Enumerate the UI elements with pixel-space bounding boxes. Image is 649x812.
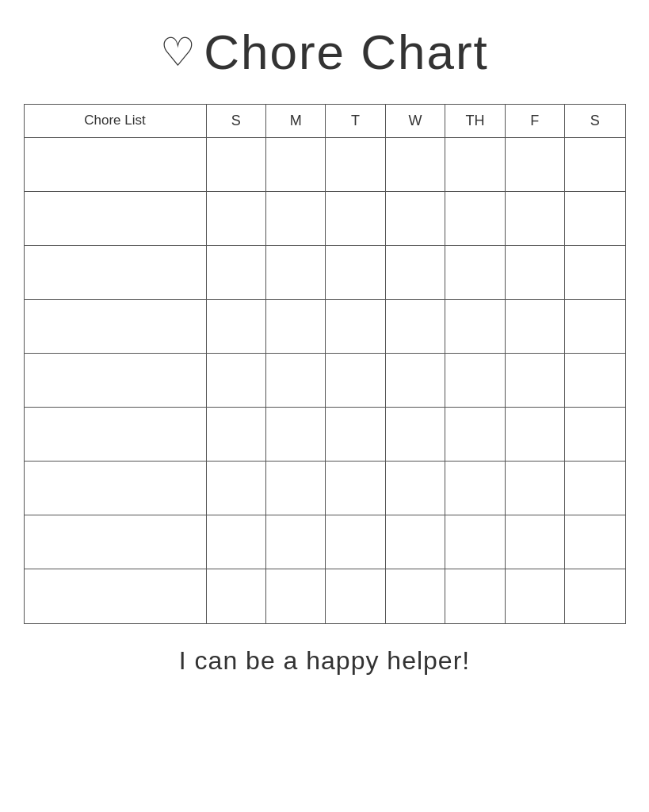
day-cell	[565, 246, 624, 299]
day-header-0: S	[207, 105, 266, 137]
day-cell	[266, 569, 326, 623]
day-cell	[386, 138, 445, 191]
chore-cell	[25, 354, 207, 407]
day-header-1: M	[266, 105, 326, 137]
day-cell	[445, 408, 505, 461]
day-cell	[565, 515, 624, 569]
page-title: ♡ Chore Chart	[160, 24, 489, 80]
chore-cell	[25, 408, 207, 461]
chore-cell	[25, 138, 207, 191]
title-text: Chore Chart	[204, 24, 489, 80]
day-cell	[266, 354, 326, 407]
day-cell	[565, 192, 624, 245]
chart-header: Chore List S M T W TH F S	[25, 105, 625, 138]
day-cell	[386, 192, 445, 245]
day-cell	[266, 192, 326, 245]
footer-text: I can be a happy helper!	[179, 646, 470, 676]
table-row	[25, 300, 625, 354]
day-cell	[326, 300, 385, 353]
day-cell	[386, 462, 445, 515]
day-cell	[266, 515, 326, 569]
day-header-2: T	[326, 105, 385, 137]
day-cell	[266, 138, 326, 191]
day-cell	[266, 300, 326, 353]
day-cell	[207, 569, 266, 623]
day-cell	[506, 300, 565, 353]
day-header-4: TH	[445, 105, 505, 137]
table-row	[25, 408, 625, 462]
day-cell	[565, 300, 624, 353]
day-cell	[506, 138, 565, 191]
day-cell	[386, 300, 445, 353]
day-cell	[207, 515, 266, 569]
table-row	[25, 515, 625, 569]
table-row	[25, 462, 625, 515]
table-row	[25, 246, 625, 300]
day-cell	[386, 515, 445, 569]
table-row	[25, 569, 625, 623]
day-cell	[506, 354, 565, 407]
day-cell	[565, 408, 624, 461]
day-cell	[386, 408, 445, 461]
day-cell	[266, 246, 326, 299]
day-cell	[445, 192, 505, 245]
day-cell	[565, 138, 624, 191]
day-cell	[326, 569, 385, 623]
day-cell	[386, 354, 445, 407]
chore-cell	[25, 569, 207, 623]
day-cell	[565, 569, 624, 623]
day-cell	[506, 462, 565, 515]
day-cell	[326, 138, 385, 191]
day-header-5: F	[506, 105, 565, 137]
day-cell	[326, 462, 385, 515]
table-row	[25, 354, 625, 408]
day-cell	[445, 354, 505, 407]
day-cell	[565, 354, 624, 407]
day-cell	[445, 569, 505, 623]
day-cell	[386, 569, 445, 623]
day-cell	[386, 246, 445, 299]
day-cell	[266, 408, 326, 461]
day-cell	[207, 462, 266, 515]
day-cell	[326, 354, 385, 407]
day-cell	[445, 246, 505, 299]
day-cell	[506, 192, 565, 245]
day-cell	[506, 569, 565, 623]
day-header-3: W	[386, 105, 445, 137]
day-cell	[207, 300, 266, 353]
day-cell	[207, 354, 266, 407]
table-row	[25, 138, 625, 192]
chore-cell	[25, 300, 207, 353]
day-cell	[207, 408, 266, 461]
chore-cell	[25, 246, 207, 299]
day-cell	[326, 192, 385, 245]
day-cell	[326, 246, 385, 299]
table-row	[25, 192, 625, 246]
day-cell	[445, 138, 505, 191]
day-cell	[506, 408, 565, 461]
day-cell	[506, 515, 565, 569]
chore-cell	[25, 515, 207, 569]
chore-cell	[25, 462, 207, 515]
day-cell	[266, 462, 326, 515]
day-cell	[445, 462, 505, 515]
day-cell	[326, 408, 385, 461]
chore-list-header: Chore List	[25, 105, 207, 137]
day-cell	[207, 192, 266, 245]
day-cell	[445, 515, 505, 569]
chore-chart: Chore List S M T W TH F S	[24, 104, 626, 624]
heart-icon: ♡	[160, 33, 197, 72]
day-cell	[565, 462, 624, 515]
day-cell	[207, 246, 266, 299]
day-cell	[207, 138, 266, 191]
day-cell	[445, 300, 505, 353]
day-cell	[326, 515, 385, 569]
day-cell	[506, 246, 565, 299]
day-header-6: S	[565, 105, 624, 137]
chore-cell	[25, 192, 207, 245]
